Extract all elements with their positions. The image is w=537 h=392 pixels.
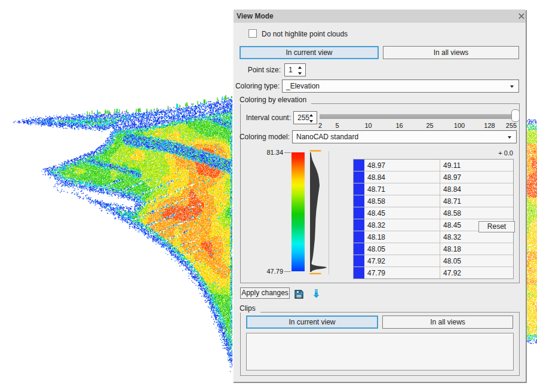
- chevron-down-icon[interactable]: [510, 85, 514, 88]
- table-row[interactable]: 48.8448.97: [354, 172, 513, 183]
- interval-min-cell[interactable]: 48.18: [367, 233, 385, 241]
- point-cloud-canvas[interactable]: [0, 90, 233, 392]
- interval-min-cell[interactable]: 48.58: [367, 197, 385, 206]
- in-current-view-button[interactable]: In current view: [240, 46, 379, 59]
- slider-tick-label: 100: [454, 122, 465, 129]
- application-viewport: View Mode Do not highlite point clouds I…: [0, 0, 537, 392]
- color-swatch[interactable]: [354, 183, 364, 195]
- coloring-model-combobox[interactable]: NanoCAD standard: [292, 130, 517, 143]
- slider-tick-label: 255: [506, 122, 517, 129]
- interval-max-cell[interactable]: 48.18: [443, 245, 461, 253]
- offset-label: + 0.0: [459, 149, 513, 157]
- interval-min-cell[interactable]: 48.84: [367, 173, 385, 182]
- table-row[interactable]: 47.9248.05: [354, 255, 513, 267]
- interval-min-cell[interactable]: 48.32: [367, 221, 385, 229]
- color-swatch[interactable]: [354, 172, 364, 183]
- clips-list[interactable]: [246, 333, 514, 370]
- in-all-views-button[interactable]: In all views: [383, 46, 519, 59]
- slider-tick-label: 16: [395, 122, 403, 129]
- spin-down-icon[interactable]: [298, 72, 302, 75]
- color-swatch[interactable]: [354, 231, 364, 243]
- point-size-label: Point size:: [232, 66, 281, 74]
- table-row[interactable]: 47.7947.92: [354, 267, 513, 279]
- interval-min-cell[interactable]: 48.05: [367, 245, 385, 253]
- table-row[interactable]: 48.0548.18: [354, 243, 513, 255]
- save-icon[interactable]: [294, 290, 303, 299]
- interval-min-cell[interactable]: 48.97: [367, 161, 385, 170]
- elevation-gradient-bar: [291, 152, 305, 271]
- clips-in-all-views-button[interactable]: In all views: [382, 316, 513, 329]
- interval-max-cell[interactable]: 47.92: [443, 269, 461, 277]
- interval-slider-track[interactable]: [320, 114, 515, 119]
- slider-tick-label: 128: [484, 122, 495, 129]
- interval-min-cell[interactable]: 47.92: [367, 257, 385, 265]
- clips-in-current-view-button[interactable]: In current view: [246, 316, 378, 329]
- spin-up-icon[interactable]: [309, 114, 313, 117]
- coloring-type-combobox[interactable]: _Elevation: [282, 79, 519, 93]
- dialog-title: View Mode: [237, 12, 274, 20]
- table-row[interactable]: 48.5848.71: [354, 195, 513, 207]
- coloring-group-label: Coloring by elevation: [240, 96, 311, 104]
- coloring-model-label: Coloring model:: [232, 133, 290, 141]
- color-swatch[interactable]: [354, 195, 364, 207]
- table-row[interactable]: 48.1848.32: [354, 231, 513, 243]
- color-swatch[interactable]: [354, 267, 364, 278]
- interval-max-cell[interactable]: 49.11: [443, 161, 461, 170]
- gradient-max-label: 81.34: [257, 149, 283, 156]
- slider-tick-labels: 25101625100128255: [232, 122, 527, 130]
- gradient-min-tick: [284, 271, 291, 272]
- slider-tick-label: 5: [335, 122, 339, 129]
- interval-max-cell[interactable]: 48.45: [443, 221, 461, 229]
- highlight-checkbox[interactable]: [248, 29, 257, 38]
- color-swatch[interactable]: [354, 219, 364, 231]
- table-row[interactable]: 48.4548.58: [354, 207, 513, 219]
- interval-slider-thumb[interactable]: [511, 109, 520, 122]
- elevation-histogram[interactable]: [309, 150, 330, 275]
- interval-max-cell[interactable]: 48.05: [443, 257, 461, 265]
- table-row[interactable]: 48.7148.84: [354, 183, 513, 195]
- interval-max-cell[interactable]: 48.32: [443, 233, 461, 241]
- highlight-checkbox-label: Do not highlite point clouds: [262, 30, 348, 38]
- interval-min-cell[interactable]: 48.71: [367, 185, 385, 194]
- chevron-down-icon[interactable]: [508, 136, 511, 139]
- gradient-max-tick: [284, 152, 291, 153]
- interval-count-value: 255: [297, 114, 309, 122]
- coloring-type-value: _Elevation: [286, 82, 320, 90]
- point-size-value: 1: [289, 66, 293, 74]
- close-icon[interactable]: [516, 11, 527, 22]
- color-swatch[interactable]: [354, 243, 364, 255]
- point-size-spinner[interactable]: 1: [284, 63, 306, 76]
- color-swatch[interactable]: [354, 207, 364, 219]
- apply-changes-button[interactable]: Apply changes: [240, 287, 290, 299]
- spin-up-icon[interactable]: [298, 66, 302, 69]
- color-swatch[interactable]: [354, 255, 364, 267]
- color-swatch[interactable]: [354, 160, 364, 171]
- interval-min-cell[interactable]: 48.45: [367, 209, 385, 218]
- gradient-min-label: 47.79: [257, 268, 283, 275]
- download-arrow-icon[interactable]: [313, 289, 320, 298]
- coloring-type-label: Coloring type:: [232, 82, 280, 90]
- interval-count-label: Interval count:: [232, 114, 291, 122]
- interval-max-cell[interactable]: 48.97: [443, 173, 461, 182]
- table-row[interactable]: 48.9749.11: [354, 160, 513, 172]
- slider-tick-label: 10: [364, 122, 372, 129]
- interval-min-cell[interactable]: 47.79: [367, 269, 385, 277]
- elevation-intervals-table: 48.9749.1148.8448.9748.7148.8448.5848.71…: [353, 159, 514, 279]
- slider-tick-label: 2: [318, 122, 322, 129]
- point-cloud-canvas-right[interactable]: [527, 117, 537, 350]
- view-mode-dialog: View Mode Do not highlite point clouds I…: [232, 9, 527, 383]
- dialog-titlebar[interactable]: View Mode: [234, 10, 526, 23]
- spinner-arrows[interactable]: [309, 114, 314, 122]
- interval-max-cell[interactable]: 48.71: [443, 197, 461, 206]
- spinner-arrows[interactable]: [298, 66, 302, 75]
- slider-tick-label: 25: [426, 122, 433, 129]
- reset-button[interactable]: Reset: [478, 221, 515, 232]
- clips-group-label: Clips: [240, 304, 260, 313]
- interval-max-cell[interactable]: 48.58: [443, 209, 461, 218]
- interval-max-cell[interactable]: 48.84: [443, 185, 461, 194]
- coloring-model-value: NanoCAD standard: [296, 133, 358, 141]
